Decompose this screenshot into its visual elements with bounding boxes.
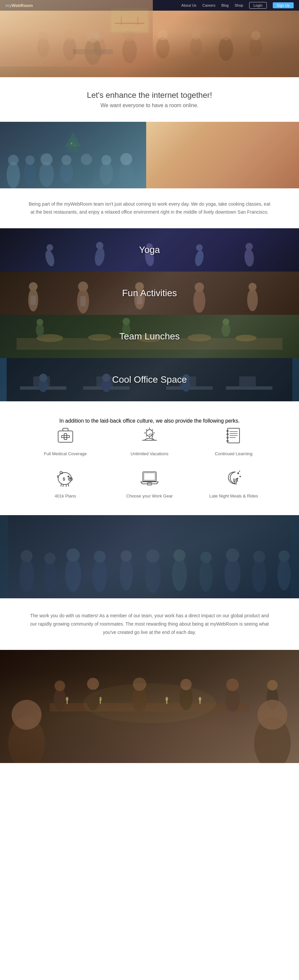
svg-point-168 bbox=[66, 697, 68, 701]
svg-point-145 bbox=[65, 557, 81, 592]
svg-point-161 bbox=[277, 558, 291, 590]
svg-point-150 bbox=[120, 550, 132, 562]
svg-rect-66 bbox=[81, 296, 86, 306]
activity-lunches: Team Lunches bbox=[0, 315, 299, 358]
svg-point-72 bbox=[187, 334, 211, 341]
svg-point-147 bbox=[92, 559, 107, 592]
svg-point-77 bbox=[123, 318, 130, 325]
svg-point-73 bbox=[235, 335, 256, 341]
svg-point-157 bbox=[225, 557, 240, 592]
svg-point-149 bbox=[120, 558, 133, 590]
svg-point-159 bbox=[252, 559, 266, 592]
svg-point-148 bbox=[94, 551, 106, 563]
svg-point-180 bbox=[87, 678, 99, 690]
svg-rect-95 bbox=[293, 358, 299, 401]
svg-point-70 bbox=[88, 334, 111, 341]
svg-point-91 bbox=[102, 374, 110, 382]
svg-point-64 bbox=[248, 283, 256, 291]
bottom-photo bbox=[0, 650, 299, 763]
svg-point-58 bbox=[78, 282, 88, 291]
yoga-label: Yoga bbox=[139, 245, 160, 255]
office-label: Cool Office Space bbox=[112, 374, 187, 385]
svg-point-79 bbox=[223, 318, 229, 325]
svg-point-186 bbox=[226, 679, 239, 691]
svg-rect-164 bbox=[291, 515, 299, 598]
svg-point-151 bbox=[145, 558, 161, 593]
svg-point-156 bbox=[200, 552, 212, 563]
svg-point-154 bbox=[173, 549, 185, 562]
svg-point-190 bbox=[12, 700, 41, 730]
svg-point-162 bbox=[278, 550, 290, 562]
fun-label: Fun Activities bbox=[122, 288, 177, 299]
team-large-photo bbox=[0, 515, 299, 598]
svg-point-47 bbox=[93, 247, 106, 267]
svg-point-188 bbox=[267, 680, 278, 690]
team-large-decoration bbox=[0, 515, 299, 598]
team-right-decoration bbox=[0, 122, 299, 188]
svg-point-153 bbox=[172, 558, 187, 591]
svg-point-141 bbox=[19, 558, 34, 592]
activity-yoga: Yoga bbox=[0, 228, 299, 272]
svg-point-75 bbox=[36, 319, 43, 325]
svg-point-63 bbox=[247, 288, 258, 311]
svg-point-146 bbox=[66, 549, 80, 562]
svg-point-48 bbox=[96, 242, 103, 249]
svg-point-143 bbox=[43, 561, 57, 593]
svg-point-144 bbox=[44, 553, 55, 564]
svg-point-152 bbox=[146, 549, 160, 563]
bottom-decoration bbox=[0, 650, 299, 763]
svg-rect-163 bbox=[0, 515, 8, 598]
svg-point-192 bbox=[258, 700, 287, 730]
svg-point-54 bbox=[245, 243, 253, 250]
svg-point-61 bbox=[193, 289, 205, 313]
svg-point-89 bbox=[39, 374, 47, 382]
activity-fun: Fun Activities bbox=[0, 272, 299, 315]
svg-point-53 bbox=[244, 248, 255, 267]
svg-point-155 bbox=[199, 560, 213, 592]
svg-point-56 bbox=[29, 282, 38, 291]
svg-point-62 bbox=[195, 283, 204, 292]
svg-point-193 bbox=[83, 683, 216, 723]
svg-rect-94 bbox=[0, 358, 6, 401]
svg-rect-65 bbox=[30, 296, 36, 305]
svg-point-52 bbox=[196, 244, 202, 251]
svg-point-160 bbox=[253, 551, 265, 563]
svg-rect-140 bbox=[0, 515, 299, 598]
svg-rect-87 bbox=[239, 376, 256, 387]
svg-point-45 bbox=[44, 249, 56, 267]
team-photo-right bbox=[146, 122, 299, 188]
svg-point-142 bbox=[21, 550, 33, 562]
activity-office: Cool Office Space bbox=[0, 358, 299, 401]
svg-point-178 bbox=[54, 681, 65, 691]
svg-point-158 bbox=[226, 549, 239, 562]
svg-point-46 bbox=[46, 244, 53, 251]
team-photos bbox=[0, 122, 299, 188]
svg-point-51 bbox=[194, 250, 205, 267]
lunches-label: Team Lunches bbox=[119, 331, 180, 342]
